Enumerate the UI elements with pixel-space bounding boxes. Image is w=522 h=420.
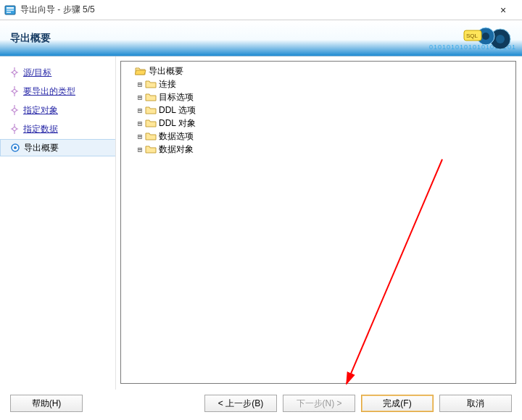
tree-node-ddl-options[interactable]: ⊞ DDL 选项 [136, 104, 511, 117]
svg-point-28 [14, 146, 17, 149]
back-button[interactable]: < 上一步(B) [204, 395, 277, 412]
folder-icon [144, 104, 157, 116]
svg-point-22 [13, 109, 17, 112]
wizard-banner: 导出概要 0101010101010101010101010101 SQL [0, 20, 522, 56]
help-button-label: 帮助(H) [32, 398, 62, 410]
sidebar-step-source-target[interactable]: 源/目标 [0, 64, 115, 81]
svg-point-18 [13, 90, 17, 93]
tree-root-label: 导出概要 [149, 65, 183, 77]
app-icon [4, 4, 16, 16]
tree-root[interactable]: 导出概要 [125, 64, 511, 77]
svg-point-6 [496, 35, 505, 43]
back-button-label: < 上一步(B) [218, 398, 263, 410]
cancel-button-label: 取消 [467, 398, 484, 410]
sidebar-step-data[interactable]: 指定数据 [0, 120, 115, 138]
step-label: 导出概要 [24, 142, 59, 154]
tree-expander-icon[interactable]: ⊞ [136, 132, 144, 141]
sidebar-step-summary: 导出概要 [0, 139, 115, 156]
tree-node-label: 连接 [159, 78, 176, 91]
step-label: 源/目标 [23, 67, 51, 79]
window-title: 导出向导 - 步骤 5/5 [20, 4, 489, 16]
step-done-icon [7, 86, 22, 96]
tree-expander-icon[interactable]: ⊞ [136, 93, 144, 102]
close-button[interactable]: × [489, 0, 518, 20]
tree-node-label: DDL 选项 [159, 104, 196, 117]
step-done-icon [7, 67, 22, 77]
finish-button-label: 完成(F) [383, 398, 411, 410]
steps-sidebar: 源/目标 要导出的类型 指定对象 指定数据 导出概要 [0, 56, 116, 390]
tree-node-data-options[interactable]: ⊞ 数据选项 [136, 130, 511, 143]
folder-icon [144, 143, 157, 155]
cancel-button[interactable]: 取消 [439, 395, 512, 412]
folder-icon [144, 130, 157, 142]
help-button[interactable]: 帮助(H) [10, 395, 83, 412]
close-icon: × [500, 4, 506, 16]
svg-text:SQL: SQL [466, 33, 478, 39]
tree-expander-icon[interactable]: ⊞ [136, 80, 144, 89]
next-button-label: 下一步(N) > [297, 398, 342, 410]
folder-open-icon [134, 65, 147, 77]
svg-rect-3 [7, 12, 11, 13]
finish-button[interactable]: 完成(F) [361, 395, 434, 412]
tree-expander-icon[interactable]: ⊞ [136, 145, 144, 154]
title-bar: 导出向导 - 步骤 5/5 × [0, 0, 522, 20]
page-heading: 导出概要 [10, 32, 51, 45]
tree-expander-icon[interactable]: ⊞ [136, 106, 144, 115]
tree-node-target-options[interactable]: ⊞ 目标选项 [136, 91, 511, 104]
step-done-icon [7, 105, 22, 115]
wizard-button-bar: 帮助(H) < 上一步(B) 下一步(N) > 完成(F) 取消 [0, 391, 522, 416]
step-label: 要导出的类型 [23, 85, 75, 98]
step-current-icon [8, 143, 22, 153]
tree-node-ddl-objects[interactable]: ⊞ DDL 对象 [136, 117, 511, 130]
svg-point-8 [482, 33, 489, 40]
folder-icon [144, 117, 157, 129]
tree-node-data-objects[interactable]: ⊞ 数据对象 [136, 143, 511, 156]
tree-node-label: 目标选项 [159, 91, 194, 104]
svg-point-26 [13, 127, 17, 131]
tree-node-label: 数据对象 [159, 143, 194, 156]
step-label: 指定对象 [23, 104, 58, 117]
tree-expander-icon[interactable]: ⊞ [136, 119, 144, 128]
tree-node-label: DDL 对象 [159, 117, 196, 130]
folder-icon [144, 91, 157, 103]
sidebar-step-objects[interactable]: 指定对象 [0, 101, 115, 119]
svg-point-14 [13, 71, 17, 75]
step-label: 指定数据 [23, 123, 58, 135]
sidebar-step-export-types[interactable]: 要导出的类型 [0, 83, 115, 100]
next-button: 下一步(N) > [283, 395, 355, 412]
tree-node-connection[interactable]: ⊞ 连接 [136, 77, 511, 91]
banner-graphic: 0101010101010101010101010101 SQL [429, 23, 516, 54]
folder-icon [144, 78, 157, 90]
summary-tree[interactable]: 导出概要 ⊞ 连接 ⊞ 目标选项 ⊞ DDL 选项 [120, 61, 516, 384]
tree-node-label: 数据选项 [159, 130, 194, 143]
svg-rect-1 [7, 7, 14, 9]
step-done-icon [7, 124, 22, 134]
svg-rect-2 [7, 9, 14, 11]
